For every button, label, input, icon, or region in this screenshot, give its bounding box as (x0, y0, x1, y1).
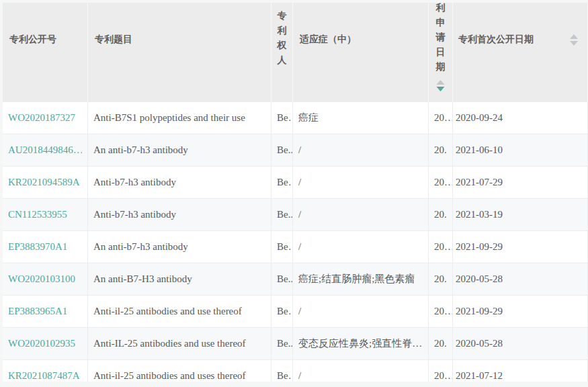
publication-number-cell: EP3883970A1 (3, 231, 88, 263)
header-assignee-label: 专利权人 (277, 8, 287, 67)
sort-asc-icon[interactable] (570, 34, 578, 39)
first-publication-date-cell: 2021-07-12 (453, 360, 588, 382)
patent-number-link[interactable]: EP3883970A1 (8, 241, 67, 253)
patent-title-cell: Anti-il-25 antibodies and use thereof (88, 296, 271, 327)
patent-title-cell: Anti-b7-h3 antibody (88, 199, 271, 230)
first-publication-date-cell: 2020-05-28 (453, 263, 588, 295)
table-row: EP3883965A1 Anti-il-25 antibodies and us… (3, 296, 588, 328)
table-header-row: 专利公开号 专利题目 专利权人 适应症（中） 专利申请日期 专利首次公开日期 (3, 3, 588, 102)
header-first-publication-date-label: 专利首次公开日期 (458, 32, 534, 102)
assignee-cell: Be… (271, 296, 293, 327)
first-publication-date-cell: 2021-09-29 (453, 231, 588, 263)
table-row: KR2021087487A Anti-il-25 antibodies and … (3, 360, 588, 382)
application-date-cell: 20… (429, 296, 453, 327)
table-row: WO2020102935 Anti-IL-25 antibodies and u… (3, 328, 588, 360)
application-date-cell: 20. (429, 199, 453, 230)
patent-table: 专利公开号 专利题目 专利权人 适应症（中） 专利申请日期 专利首次公开日期 (3, 3, 588, 382)
first-publication-date-cell: 2021-06-10 (453, 134, 588, 166)
header-indication: 适应症（中） (293, 3, 429, 102)
patent-title-cell: Anti-b7-h3 antibody (88, 167, 271, 198)
first-publication-date-cell: 2020-05-28 (453, 328, 588, 359)
publication-number-cell: WO2020187327 (3, 102, 88, 134)
patent-number-link[interactable]: WO2020102935 (8, 338, 75, 349)
first-publication-date-cell: 2021-07-29 (453, 167, 588, 198)
assignee-cell: Be… (271, 102, 293, 134)
table-row: WO2020187327 Anti-B7S1 polypeptides and … (3, 102, 588, 134)
indication-cell: / (293, 231, 429, 263)
assignee-cell: Be… (271, 167, 293, 198)
patent-title-cell: An anti-b7-h3 antibody (88, 231, 271, 263)
sort-asc-icon[interactable] (437, 80, 445, 85)
patent-number-link[interactable]: WO2020103100 (8, 273, 75, 285)
patent-title-cell: An anti-B7-H3 antibody (88, 263, 271, 295)
publication-number-cell: CN112533955 (3, 199, 88, 230)
application-date-cell: 20. (429, 328, 453, 359)
patent-number-link[interactable]: EP3883965A1 (8, 306, 67, 317)
sort-desc-icon[interactable] (437, 87, 445, 91)
table-row: KR2021094589A Anti-b7-h3 antibody Be… / … (3, 167, 588, 199)
header-first-publication-date[interactable]: 专利首次公开日期 (453, 3, 588, 102)
sort-control-application-date[interactable] (435, 80, 446, 91)
patent-number-link[interactable]: AU2018449846… (8, 144, 82, 156)
assignee-cell: Be.. (271, 134, 293, 166)
patent-title-cell: Anti-B7S1 polypeptides and their use (88, 102, 271, 134)
application-date-cell: 20. (429, 134, 453, 166)
application-date-cell: 20… (429, 102, 453, 134)
header-application-date-label: 专利申请日期 (435, 3, 446, 74)
table-row: EP3883970A1 An anti-b7-h3 antibody Be… /… (3, 231, 588, 263)
patent-number-link[interactable]: CN112533955 (8, 209, 67, 220)
indication-cell: / (293, 360, 429, 382)
patent-title-cell: Anti-IL-25 antibodies and use thereof (88, 328, 271, 359)
publication-number-cell: EP3883965A1 (3, 296, 88, 327)
header-patent-title: 专利题目 (88, 3, 271, 102)
header-application-date[interactable]: 专利申请日期 (429, 3, 453, 102)
indication-cell: / (293, 134, 429, 166)
application-date-cell: 20… (429, 231, 453, 263)
patent-title-cell: Anti-il-25 antibodies and uses thereof (88, 360, 271, 382)
patent-number-link[interactable]: KR2021087487A (8, 370, 80, 382)
assignee-cell: Be.. (271, 199, 293, 230)
first-publication-date-cell: 2020-09-24 (453, 102, 588, 134)
patent-number-link[interactable]: KR2021094589A (8, 177, 80, 188)
assignee-cell: Be.. (271, 328, 293, 359)
header-application-date-inner: 专利申请日期 (435, 3, 446, 91)
table-row: AU2018449846… An anti-b7-h3 antibody Be.… (3, 134, 588, 167)
application-date-cell: 20… (429, 360, 453, 382)
assignee-cell: Be… (271, 360, 293, 382)
indication-cell: 癌症 (293, 102, 429, 134)
header-assignee: 专利权人 (271, 3, 293, 102)
indication-cell: / (293, 199, 429, 230)
header-patent-title-label: 专利题目 (95, 34, 132, 44)
header-indication-label: 适应症（中） (300, 34, 356, 44)
header-publication-number: 专利公开号 (3, 3, 88, 102)
application-date-cell: 20. (429, 263, 453, 295)
publication-number-cell: AU2018449846… (3, 134, 88, 166)
patent-title-cell: An anti-b7-h3 antibody (88, 134, 271, 166)
publication-number-cell: WO2020103100 (3, 263, 88, 295)
sort-desc-icon[interactable] (570, 41, 578, 46)
assignee-cell: Be.. (271, 263, 293, 295)
indication-cell: / (293, 167, 429, 198)
indication-cell: / (293, 296, 429, 327)
indication-cell: 癌症;结直肠肿瘤;黑色素瘤 (293, 263, 429, 295)
publication-number-cell: KR2021087487A (3, 360, 88, 382)
application-date-cell: 20… (429, 167, 453, 198)
table-row: CN112533955 Anti-b7-h3 antibody Be.. / 2… (3, 199, 588, 231)
assignee-cell: Be… (271, 231, 293, 263)
header-publication-number-label: 专利公开号 (9, 34, 56, 44)
table-row: WO2020103100 An anti-B7-H3 antibody Be..… (3, 263, 588, 296)
sort-control-first-publication-date[interactable] (570, 34, 578, 102)
table-body: WO2020187327 Anti-B7S1 polypeptides and … (3, 102, 588, 382)
first-publication-date-cell: 2021-09-29 (453, 296, 588, 327)
publication-number-cell: KR2021094589A (3, 167, 88, 198)
indication-cell: 变态反应性鼻炎;强直性脊… (293, 328, 429, 359)
first-publication-date-cell: 2021-03-19 (453, 199, 588, 230)
publication-number-cell: WO2020102935 (3, 328, 88, 359)
patent-number-link[interactable]: WO2020187327 (8, 112, 75, 124)
